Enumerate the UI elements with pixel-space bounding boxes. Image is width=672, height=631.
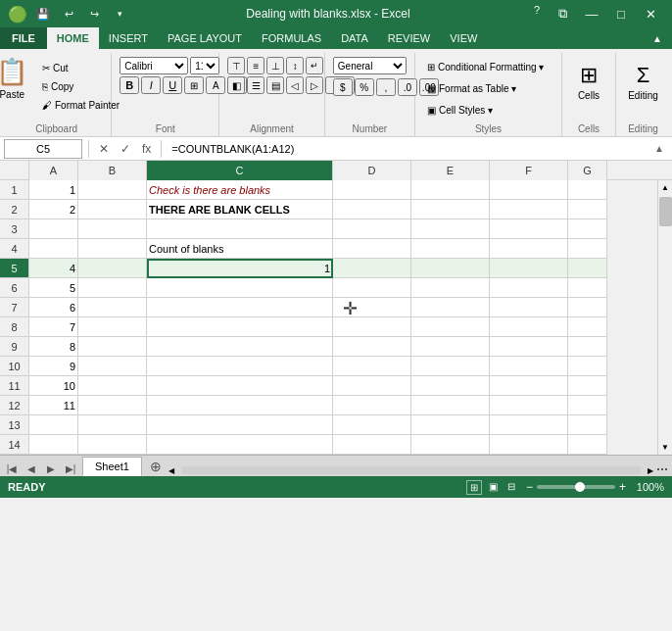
save-btn[interactable]: 💾 [33, 4, 53, 24]
cell-a8[interactable]: 7 [29, 317, 78, 337]
tab-data[interactable]: DATA [331, 27, 378, 49]
cell-b9[interactable] [78, 337, 147, 357]
cell-b1[interactable] [78, 180, 147, 200]
cell-e13[interactable] [411, 415, 490, 435]
cell-c10[interactable] [147, 357, 333, 376]
cell-d11[interactable] [333, 376, 411, 396]
cell-a12[interactable]: 11 [29, 396, 78, 415]
cell-c4[interactable]: Count of blanks [147, 239, 333, 259]
cell-g4[interactable] [568, 239, 607, 259]
sheet-last-btn[interactable]: ▶| [63, 461, 78, 476]
underline-button[interactable]: U [163, 76, 182, 94]
align-bottom-button[interactable]: ⊥ [266, 57, 284, 74]
border-button[interactable]: ⊞ [184, 76, 204, 94]
align-middle-button[interactable]: ≡ [247, 57, 264, 74]
cell-g5[interactable] [568, 259, 607, 278]
dropdown-arrow[interactable]: ▾ [110, 4, 129, 24]
cell-a4[interactable] [29, 239, 78, 259]
align-left-button[interactable]: ◧ [227, 76, 245, 94]
tab-insert[interactable]: INSERT [99, 27, 158, 49]
comma-button[interactable]: , [376, 78, 396, 96]
cell-f3[interactable] [490, 219, 568, 239]
cell-g8[interactable] [568, 317, 607, 337]
cell-g1[interactable] [568, 180, 607, 200]
cell-styles-button[interactable]: ▣ Cell Styles ▾ [423, 100, 497, 120]
col-header-c[interactable]: C [147, 161, 333, 180]
cell-e9[interactable] [411, 337, 490, 357]
decrease-decimal-button[interactable]: .0 [398, 78, 417, 96]
wrap-text-button[interactable]: ↵ [306, 57, 323, 74]
row-header-8[interactable]: 8 [0, 317, 28, 337]
text-direction-button[interactable]: ↕ [286, 57, 304, 74]
cell-f10[interactable] [490, 357, 568, 376]
tab-formulas[interactable]: FORMULAS [252, 27, 331, 49]
formula-input[interactable] [168, 143, 647, 155]
align-top-button[interactable]: ⊤ [227, 57, 245, 74]
cell-f9[interactable] [490, 337, 568, 357]
maximize-btn[interactable]: □ [607, 0, 635, 27]
conditional-formatting-button[interactable]: ⊞ Conditional Formatting ▾ [423, 57, 548, 76]
tab-review[interactable]: REVIEW [378, 27, 440, 49]
cell-d6[interactable] [333, 278, 411, 298]
cell-b10[interactable] [78, 357, 147, 376]
cell-b11[interactable] [78, 376, 147, 396]
cell-d1[interactable] [333, 180, 411, 200]
normal-view-icon[interactable]: ⊞ [466, 480, 482, 495]
scrollbar-track[interactable] [658, 195, 672, 440]
cell-f7[interactable] [490, 298, 568, 317]
cell-a7[interactable]: 6 [29, 298, 78, 317]
zoom-slider[interactable] [537, 485, 615, 489]
cell-c2[interactable]: THERE ARE BLANK CELLS [147, 200, 333, 219]
confirm-formula-btn[interactable]: ✓ [117, 140, 134, 158]
formula-expand-btn[interactable]: ▲ [650, 143, 668, 154]
cell-b3[interactable] [78, 219, 147, 239]
paste-button[interactable]: 📋 Paste [0, 55, 34, 116]
editing-button[interactable]: Σ Editing [619, 59, 668, 113]
sheet-tab-1[interactable]: Sheet1 [82, 457, 142, 476]
col-header-f[interactable]: F [490, 161, 568, 180]
cell-f2[interactable] [490, 200, 568, 219]
cell-c5[interactable]: 1 [147, 259, 333, 278]
cell-c9[interactable] [147, 337, 333, 357]
cell-a3[interactable] [29, 219, 78, 239]
name-box[interactable] [4, 139, 82, 159]
cell-f12[interactable] [490, 396, 568, 415]
tab-page-layout[interactable]: PAGE LAYOUT [158, 27, 252, 49]
scrollbar-thumb[interactable] [659, 197, 672, 226]
cell-e12[interactable] [411, 396, 490, 415]
cell-g10[interactable] [568, 357, 607, 376]
cell-d3[interactable] [333, 219, 411, 239]
cell-a10[interactable]: 9 [29, 357, 78, 376]
cell-a13[interactable] [29, 415, 78, 435]
cell-c12[interactable] [147, 396, 333, 415]
expand-ribbon-btn[interactable]: ▲ [643, 27, 672, 49]
cell-f14[interactable] [490, 435, 568, 455]
row-header-3[interactable]: 3 [0, 219, 28, 239]
cell-b2[interactable] [78, 200, 147, 219]
row-header-1[interactable]: 1 [0, 180, 28, 200]
cell-g7[interactable] [568, 298, 607, 317]
help-btn[interactable]: ? [527, 0, 547, 20]
row-header-13[interactable]: 13 [0, 415, 28, 435]
cell-a1[interactable]: 1 [29, 180, 78, 200]
col-header-a[interactable]: A [29, 161, 78, 180]
cell-g9[interactable] [568, 337, 607, 357]
row-header-2[interactable]: 2 [0, 200, 28, 219]
cell-a5[interactable]: 4 [29, 259, 78, 278]
cell-d2[interactable] [333, 200, 411, 219]
cell-e14[interactable] [411, 435, 490, 455]
cell-g2[interactable] [568, 200, 607, 219]
page-layout-icon[interactable]: ▣ [486, 480, 501, 495]
cell-e10[interactable] [411, 357, 490, 376]
currency-button[interactable]: $ [333, 78, 353, 96]
copy-button[interactable]: ⎘ Copy [38, 77, 123, 95]
cell-a6[interactable]: 5 [29, 278, 78, 298]
row-header-6[interactable]: 6 [0, 278, 28, 298]
cell-d12[interactable] [333, 396, 411, 415]
cell-c1[interactable]: Check is there are blanks [147, 180, 333, 200]
font-family-select[interactable]: Calibri [120, 57, 188, 74]
col-header-b[interactable]: B [78, 161, 147, 180]
cell-a14[interactable] [29, 435, 78, 455]
align-right-button[interactable]: ▤ [266, 76, 284, 94]
increase-indent-button[interactable]: ▷ [306, 76, 323, 94]
